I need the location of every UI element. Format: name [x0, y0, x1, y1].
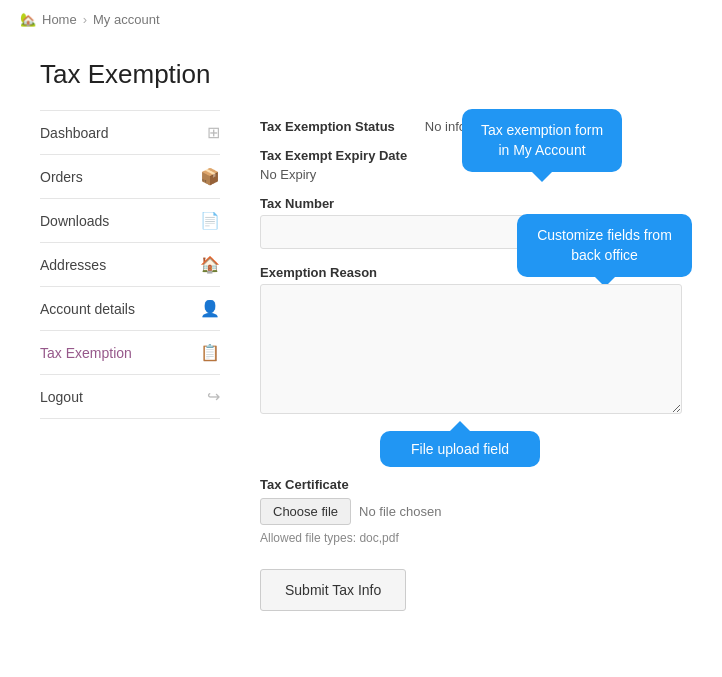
main-content: Tax exemption form in My Account Customi…	[260, 59, 682, 611]
exemption-reason-field: Exemption Reason File upload field	[260, 265, 682, 417]
breadcrumb-home-link[interactable]: Home	[42, 12, 77, 27]
certificate-label: Tax Certificate	[260, 477, 682, 492]
dashboard-icon: ⊞	[207, 123, 220, 142]
downloads-icon: 📄	[200, 211, 220, 230]
tax-icon: 📋	[200, 343, 220, 362]
sidebar-label-downloads: Downloads	[40, 213, 109, 229]
status-label: Tax Exemption Status	[260, 119, 395, 134]
sidebar-item-tax-exemption[interactable]: Tax Exemption 📋	[40, 331, 220, 375]
submit-button[interactable]: Submit Tax Info	[260, 569, 406, 611]
sidebar-item-addresses[interactable]: Addresses 🏠	[40, 243, 220, 287]
sidebar: Tax Exemption Dashboard ⊞ Orders 📦 Downl…	[40, 59, 220, 611]
sidebar-label-tax-exemption: Tax Exemption	[40, 345, 132, 361]
sidebar-nav: Dashboard ⊞ Orders 📦 Downloads 📄 Address…	[40, 110, 220, 419]
sidebar-item-downloads[interactable]: Downloads 📄	[40, 199, 220, 243]
upload-tooltip-bubble: File upload field	[380, 431, 540, 467]
page-title: Tax Exemption	[40, 59, 220, 90]
form-tooltip-bubble: Tax exemption form in My Account	[462, 109, 622, 172]
tax-certificate-section: Tax Certificate Choose file No file chos…	[260, 477, 682, 545]
breadcrumb-separator: ›	[83, 12, 87, 27]
sidebar-item-orders[interactable]: Orders 📦	[40, 155, 220, 199]
allowed-types-text: Allowed file types: doc,pdf	[260, 531, 682, 545]
sidebar-label-logout: Logout	[40, 389, 83, 405]
sidebar-label-dashboard: Dashboard	[40, 125, 109, 141]
file-chosen-text: No file chosen	[359, 504, 441, 519]
breadcrumb: 🏡 Home › My account	[0, 0, 722, 39]
sidebar-item-logout[interactable]: Logout ↪	[40, 375, 220, 419]
tax-number-label: Tax Number	[260, 196, 682, 211]
sidebar-item-dashboard[interactable]: Dashboard ⊞	[40, 111, 220, 155]
orders-icon: 📦	[200, 167, 220, 186]
sidebar-label-orders: Orders	[40, 169, 83, 185]
breadcrumb-current: My account	[93, 12, 159, 27]
addresses-icon: 🏠	[200, 255, 220, 274]
account-icon: 👤	[200, 299, 220, 318]
choose-file-button[interactable]: Choose file	[260, 498, 351, 525]
logout-icon: ↪	[207, 387, 220, 406]
exemption-reason-input[interactable]	[260, 284, 682, 414]
sidebar-label-account-details: Account details	[40, 301, 135, 317]
sidebar-item-account-details[interactable]: Account details 👤	[40, 287, 220, 331]
home-icon: 🏡	[20, 12, 36, 27]
exemption-reason-label: Exemption Reason	[260, 265, 682, 280]
sidebar-label-addresses: Addresses	[40, 257, 106, 273]
file-input-row: Choose file No file chosen	[260, 498, 682, 525]
tax-form: Tax Exemption Status No information subm…	[260, 119, 682, 611]
